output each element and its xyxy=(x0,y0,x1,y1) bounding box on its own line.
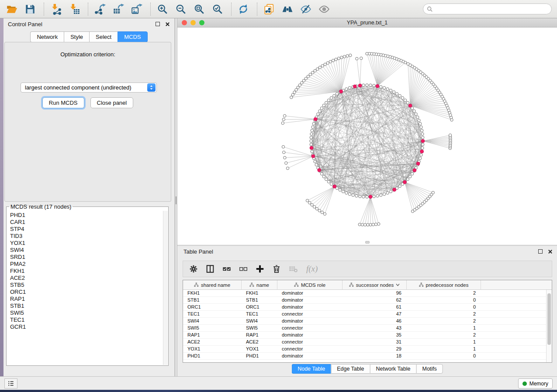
dominator-node[interactable] xyxy=(408,104,412,107)
column-header-shared-name[interactable]: shared name xyxy=(183,280,242,289)
export-table-button[interactable] xyxy=(111,2,127,16)
deselect-all-button[interactable] xyxy=(237,262,252,275)
optimization-criterion-select[interactable]: largest connected component (undirected) xyxy=(21,83,157,93)
mcds-result-item[interactable]: YOX1 xyxy=(10,240,163,247)
table-row[interactable]: ORC1ORC1dominator610 xyxy=(183,304,546,311)
tab-network-table[interactable]: Network Table xyxy=(370,364,416,374)
settings-gear-button[interactable] xyxy=(187,262,202,275)
mcds-result-item[interactable]: CAR1 xyxy=(10,219,163,226)
dominator-node[interactable] xyxy=(314,117,317,121)
column-header-name[interactable]: name xyxy=(242,280,277,289)
mcds-result-item[interactable]: STB5 xyxy=(10,282,163,289)
tab-edge-table[interactable]: Edge Table xyxy=(331,364,370,374)
table-row[interactable]: ACE2ACE2connector311 xyxy=(183,339,546,346)
main-toolbar xyxy=(0,0,557,18)
tab-motifs[interactable]: Motifs xyxy=(416,364,443,374)
show-graphics-details-button[interactable] xyxy=(317,2,333,16)
mcds-result-item[interactable]: PHD1 xyxy=(10,212,163,219)
close-panel-icon[interactable] xyxy=(165,22,170,27)
tab-style[interactable]: Style xyxy=(64,31,89,42)
import-network-button[interactable] xyxy=(49,2,65,16)
open-session-button[interactable] xyxy=(5,2,21,16)
table-row[interactable]: FKH1FKH1dominator962 xyxy=(183,290,546,297)
refresh-layout-button[interactable] xyxy=(236,2,252,16)
zoom-in-button[interactable] xyxy=(156,2,171,16)
search-input[interactable] xyxy=(436,5,548,14)
float-window-icon[interactable] xyxy=(156,22,160,26)
dominator-node[interactable] xyxy=(310,146,313,150)
column-header-predecessor-nodes[interactable]: predecessor nodes xyxy=(407,280,481,289)
dominator-node[interactable] xyxy=(358,84,362,87)
table-row[interactable]: PHD1PHD1dominator180 xyxy=(183,353,546,360)
network-window-titlebar[interactable]: YPA_prune.txt_1 xyxy=(177,18,557,28)
dominator-node[interactable] xyxy=(369,195,372,199)
mcds-result-item[interactable]: STP4 xyxy=(10,226,163,233)
close-panel-icon[interactable] xyxy=(548,249,553,254)
share-document-button[interactable] xyxy=(262,2,278,16)
panel-list-button[interactable] xyxy=(4,378,17,389)
close-panel-button[interactable]: Close panel xyxy=(90,97,134,108)
tab-select[interactable]: Select xyxy=(89,31,118,42)
dominator-node[interactable] xyxy=(311,155,315,158)
table-row[interactable]: SWI5SWI5connector431 xyxy=(183,325,546,332)
add-row-button[interactable] xyxy=(254,262,269,275)
export-network-button[interactable] xyxy=(93,2,109,16)
select-all-button[interactable] xyxy=(221,262,235,275)
mcds-result-item[interactable]: SWI4 xyxy=(10,247,163,254)
toggle-columns-button[interactable] xyxy=(204,262,219,275)
mcds-result-item[interactable]: TEC1 xyxy=(10,316,163,323)
scrollbar-thumb[interactable] xyxy=(547,293,551,345)
float-window-icon[interactable] xyxy=(538,249,543,254)
delete-row-button[interactable] xyxy=(270,262,285,275)
mcds-result-item[interactable]: RAP1 xyxy=(10,296,163,303)
mcds-result-item[interactable]: SRD1 xyxy=(10,254,163,261)
dominator-node[interactable] xyxy=(353,85,356,88)
table-cell: YOX1 xyxy=(242,346,277,352)
export-image-button[interactable] xyxy=(130,2,145,16)
dominator-node[interactable] xyxy=(416,162,420,165)
tab-node-table[interactable]: Node Table xyxy=(291,364,331,374)
dominator-node[interactable] xyxy=(413,168,416,172)
mcds-result-item[interactable]: TID3 xyxy=(10,233,163,240)
memory-button[interactable]: Memory xyxy=(518,378,553,389)
mcds-result-item[interactable]: SWI5 xyxy=(10,309,163,316)
mcds-result-item[interactable]: ORC1 xyxy=(10,289,163,296)
table-row[interactable]: SWI4SWI4dominator462 xyxy=(183,318,546,325)
list-scrollbar[interactable] xyxy=(163,211,168,365)
network-canvas[interactable] xyxy=(177,28,557,244)
save-session-button[interactable] xyxy=(23,2,39,16)
dominator-node[interactable] xyxy=(420,150,424,153)
dominator-node[interactable] xyxy=(421,139,425,143)
table-cell: connector xyxy=(277,325,343,331)
dominator-node[interactable] xyxy=(393,188,396,192)
dominator-node[interactable] xyxy=(339,90,343,93)
dominator-node[interactable] xyxy=(376,84,379,88)
search-binoculars-button[interactable] xyxy=(280,2,296,16)
horizontal-splitter-handle[interactable] xyxy=(365,241,370,244)
zoom-fit-button[interactable] xyxy=(192,2,208,16)
tab-network[interactable]: Network xyxy=(30,31,64,42)
table-row[interactable]: STB1STB1dominator620 xyxy=(183,297,546,304)
mcds-result-item[interactable]: GCR1 xyxy=(10,323,163,330)
dominator-node[interactable] xyxy=(333,185,336,188)
mcds-result-item[interactable]: ACE2 xyxy=(10,275,163,282)
table-scrollbar[interactable] xyxy=(546,290,552,362)
zoom-out-button[interactable] xyxy=(174,2,190,16)
network-graph[interactable] xyxy=(177,28,557,244)
mcds-result-list[interactable]: PHD1CAR1STP4TID3YOX1SWI4SRD1PMA2FKH1ACE2… xyxy=(7,211,163,365)
dominator-node[interactable] xyxy=(318,168,321,172)
table-row[interactable]: YOX1YOX1connector291 xyxy=(183,346,546,353)
table-row[interactable]: TEC1TEC1connector472 xyxy=(183,311,546,318)
mcds-result-item[interactable]: FKH1 xyxy=(10,268,163,275)
hide-graphics-details-button[interactable] xyxy=(299,2,315,16)
table-row[interactable]: RAP1RAP1dominator352 xyxy=(183,332,546,339)
import-table-button[interactable] xyxy=(67,2,83,16)
column-header-successor-nodes[interactable]: successor nodes xyxy=(343,280,407,289)
mcds-result-item[interactable]: PMA2 xyxy=(10,261,163,268)
column-header-mcds-role[interactable]: MCDS role xyxy=(277,280,343,289)
mcds-result-item[interactable]: STB1 xyxy=(10,303,163,309)
dominator-node[interactable] xyxy=(403,180,406,184)
run-mcds-button[interactable]: Run MCDS xyxy=(42,97,84,108)
tab-mcds[interactable]: MCDS xyxy=(118,31,147,42)
zoom-selected-button[interactable] xyxy=(211,2,226,16)
